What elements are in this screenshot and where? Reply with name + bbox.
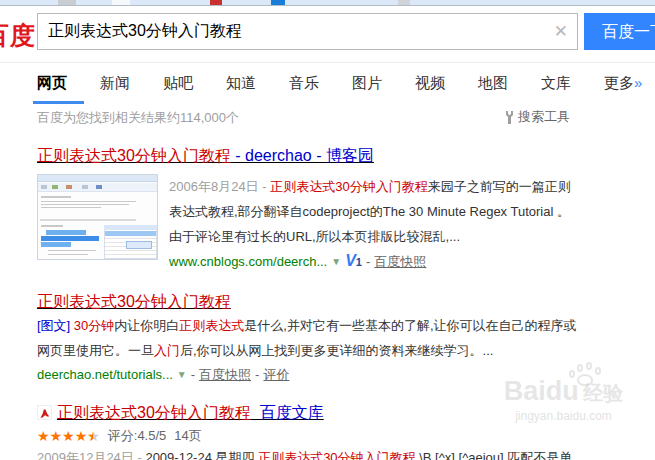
search-result: 正则表达式30分钟入门教程 百度文库 ★★★★★★ 评分:4.5/5 14页 2… — [37, 402, 620, 460]
chevron-down-icon[interactable]: ▼ — [177, 363, 187, 387]
tab-tieba[interactable]: 贴吧 — [163, 74, 193, 93]
baidu-search-results-page: 百度 ✕ 百度一下 网页 新闻 贴吧 知道 音乐 图片 视频 地图 文库 更多»… — [0, 0, 655, 460]
star-rating-icon: ★★★★★★ — [37, 428, 100, 444]
separator: - — [255, 363, 259, 387]
tab-wenku[interactable]: 文库 — [541, 74, 571, 93]
tab-zhidao[interactable]: 知道 — [226, 74, 256, 93]
result-description: 2009年12月24日 - 2009-12-24 星期四 正则表达式30分钟入门… — [37, 445, 585, 460]
wrench-icon — [504, 111, 515, 124]
result-title-link[interactable]: 正则表达式30分钟入门教程 - deerchao - 博客园 — [37, 145, 374, 167]
thumb-titlebar — [38, 175, 157, 182]
separator: - — [366, 250, 370, 274]
search-tools-label: 搜索工具 — [518, 108, 570, 126]
results-list: 正则表达式30分钟入门教程 - deerchao - 博客园 — [0, 145, 620, 460]
search-input[interactable] — [38, 14, 577, 49]
snapshot-link[interactable]: 百度快照 — [374, 250, 426, 274]
tab-more-label: 更多 — [604, 74, 634, 91]
result-url-line: www.cnblogs.com/deerch... ▼ V1 - 百度快照 — [169, 249, 581, 274]
search-header: 百度 ✕ 百度一下 — [0, 6, 655, 62]
tab-video[interactable]: 视频 — [415, 74, 445, 93]
chevron-more-icon: » — [634, 74, 642, 91]
snapshot-link[interactable]: 百度快照 — [199, 363, 251, 387]
v1-trust-badge[interactable]: V1 — [345, 249, 362, 274]
vertical-nav-bar: 网页 新闻 贴吧 知道 音乐 图片 视频 地图 文库 更多» — [0, 62, 655, 104]
result-url[interactable]: deerchao.net/tutorials... — [37, 363, 173, 387]
result-description: [图文] 30分钟内让你明白正则表达式是什么,并对它有一些基本的了解,让你可以在… — [37, 313, 585, 363]
tab-news[interactable]: 新闻 — [100, 74, 130, 93]
result-body: 2006年8月24日 - 正则表达式30分钟入门教程来园子之前写的一篇正则表达式… — [37, 174, 620, 274]
clear-search-icon[interactable]: ✕ — [554, 14, 568, 49]
rating-row: ★★★★★★ 评分:4.5/5 14页 — [37, 427, 620, 445]
search-tools-button[interactable]: 搜索工具 — [504, 108, 570, 126]
page-count: 14页 — [174, 427, 201, 445]
tab-maps[interactable]: 地图 — [478, 74, 508, 93]
chevron-down-icon[interactable]: ▼ — [331, 250, 341, 274]
pdf-file-icon — [37, 405, 52, 420]
search-result: 正则表达式30分钟入门教程 [图文] 30分钟内让你明白正则表达式是什么,并对它… — [37, 291, 620, 387]
tab-music[interactable]: 音乐 — [289, 74, 319, 93]
search-result: 正则表达式30分钟入门教程 - deerchao - 博客园 — [37, 145, 620, 274]
baidu-logo[interactable]: 百度 — [0, 19, 36, 52]
search-button[interactable]: 百度一下 — [584, 13, 655, 50]
chrome-fragment — [112, 0, 130, 5]
result-url-line: deerchao.net/tutorials... ▼ - 百度快照 - 评价 — [37, 363, 620, 387]
chrome-fragment — [210, 0, 222, 5]
review-link[interactable]: 评价 — [263, 363, 289, 387]
result-thumbnail[interactable] — [37, 174, 158, 260]
tab-more[interactable]: 更多» — [604, 74, 642, 93]
result-description: 2006年8月24日 - 正则表达式30分钟入门教程来园子之前写的一篇正则表达式… — [169, 174, 581, 249]
results-stats-bar: 百度为您找到相关结果约114,000个 搜索工具 — [0, 104, 655, 134]
result-title-link[interactable]: 正则表达式30分钟入门教程 百度文库 — [57, 402, 324, 424]
chrome-fragment — [398, 0, 410, 5]
nav-tabs: 网页 新闻 贴吧 知道 音乐 图片 视频 地图 文库 更多» — [0, 63, 655, 104]
tab-webpage[interactable]: 网页 — [37, 74, 67, 93]
search-box: ✕ — [37, 13, 578, 50]
tab-images[interactable]: 图片 — [352, 74, 382, 93]
chrome-fragment — [58, 0, 76, 5]
results-count-text: 百度为您找到相关结果约114,000个 — [37, 109, 239, 127]
result-title-link[interactable]: 正则表达式30分钟入门教程 — [37, 291, 231, 313]
separator: - — [191, 363, 195, 387]
result-url[interactable]: www.cnblogs.com/deerch... — [169, 250, 327, 274]
chrome-fragment — [271, 0, 285, 5]
result-text-column: 2006年8月24日 - 正则表达式30分钟入门教程来园子之前写的一篇正则表达式… — [169, 174, 581, 274]
rating-label: 评分:4.5/5 — [108, 427, 167, 445]
result-title-row: 正则表达式30分钟入门教程 百度文库 — [37, 402, 620, 424]
